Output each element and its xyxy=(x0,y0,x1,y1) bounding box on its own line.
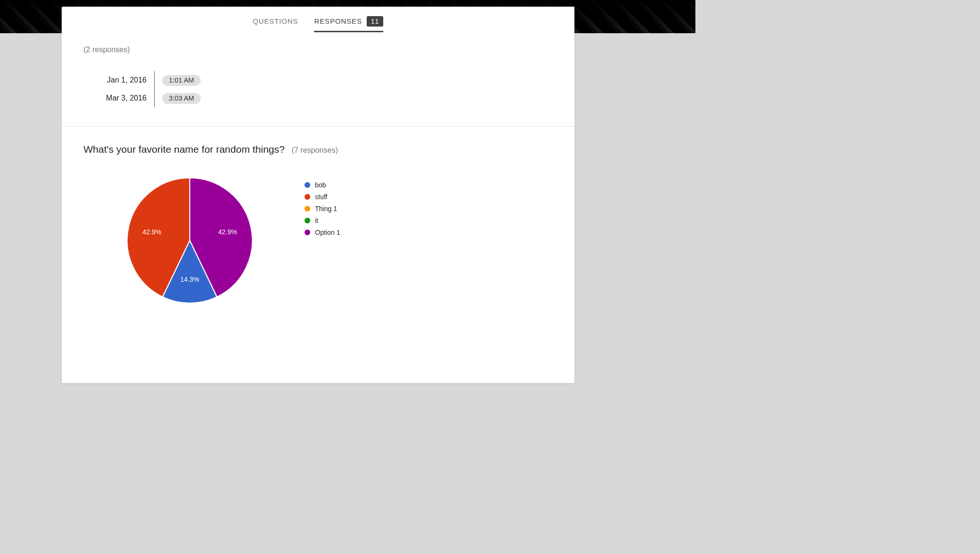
pie-chart[interactable]: 42.9%14.3%42.9% xyxy=(127,178,252,303)
legend-color-dot xyxy=(305,230,310,235)
datetime-row: Mar 3, 2016 3:03 AM xyxy=(79,89,553,107)
legend-label: bob xyxy=(315,181,326,189)
legend-color-dot xyxy=(305,182,310,188)
legend-label: stuff xyxy=(315,193,327,201)
datetime-summary-section: (2 responses) Jan 1, 2016 1:01 AM Mar 3,… xyxy=(62,32,574,126)
legend-label: Option 1 xyxy=(315,229,340,236)
question-title: What's your favorite name for random thi… xyxy=(83,144,285,155)
legend-item[interactable]: bob xyxy=(305,179,340,191)
pie-legend: bobstuffThing 1itOption 1 xyxy=(305,178,340,238)
tab-questions[interactable]: QUESTIONS xyxy=(253,9,298,32)
datetime-time-pill[interactable]: 3:03 AM xyxy=(162,93,201,104)
legend-color-dot xyxy=(305,218,310,223)
legend-item[interactable]: stuff xyxy=(305,191,340,203)
legend-item[interactable]: it xyxy=(305,214,340,226)
tab-responses-label: RESPONSES xyxy=(314,17,362,25)
legend-color-dot xyxy=(305,206,310,212)
datetime-response-count: (2 responses) xyxy=(83,46,553,54)
legend-label: it xyxy=(315,217,318,224)
tab-questions-label: QUESTIONS xyxy=(253,17,298,25)
datetime-rows: Jan 1, 2016 1:01 AM Mar 3, 2016 3:03 AM xyxy=(79,71,553,107)
legend-color-dot xyxy=(305,194,310,200)
tab-bar: QUESTIONS RESPONSES 11 xyxy=(62,7,574,32)
legend-label: Thing 1 xyxy=(315,205,337,212)
datetime-date: Jan 1, 2016 xyxy=(79,71,155,89)
question-response-count: (7 responses) xyxy=(292,146,338,154)
legend-item[interactable]: Option 1 xyxy=(305,226,340,238)
tab-responses[interactable]: RESPONSES 11 xyxy=(314,9,383,32)
responses-count-badge: 11 xyxy=(367,16,383,27)
responses-card: QUESTIONS RESPONSES 11 (2 responses) Jan… xyxy=(62,7,574,383)
pie-svg xyxy=(127,178,252,303)
datetime-time-pill[interactable]: 1:01 AM xyxy=(162,75,201,86)
pie-chart-area: 42.9%14.3%42.9% bobstuffThing 1itOption … xyxy=(83,178,553,303)
pie-question-section: What's your favorite name for random thi… xyxy=(62,127,574,313)
datetime-row: Jan 1, 2016 1:01 AM xyxy=(79,71,553,89)
legend-item[interactable]: Thing 1 xyxy=(305,203,340,214)
datetime-date: Mar 3, 2016 xyxy=(79,89,155,107)
